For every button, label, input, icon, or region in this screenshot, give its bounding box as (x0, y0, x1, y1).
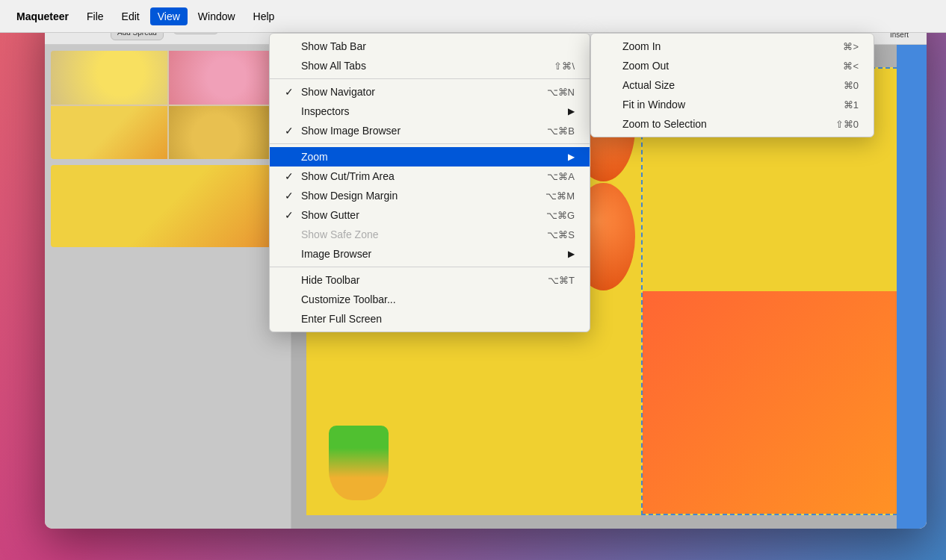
label-customize-toolbar: Customize Toolbar... (301, 293, 396, 305)
shortcut-fit-in-window: ⌘1 (844, 99, 859, 111)
arrow-image-browser: ▶ (568, 249, 575, 259)
checkmark-show-design-margin: ✓ (285, 190, 298, 202)
checkmark-fit-in-window (606, 99, 619, 111)
separator-2 (270, 143, 590, 144)
checkmark-show-safe-zone (285, 228, 298, 240)
label-show-cut-trim: Show Cut/Trim Area (301, 170, 395, 182)
separator-3 (270, 267, 590, 267)
checkmark-show-cut-trim: ✓ (285, 170, 298, 182)
label-enter-full-screen: Enter Full Screen (301, 313, 382, 325)
shortcut-actual-size: ⌘0 (844, 80, 859, 91)
label-inspectors: Inspectors (301, 105, 350, 117)
label-zoom: Zoom (301, 151, 328, 163)
menu-item-show-tab-bar[interactable]: Show Tab Bar (270, 37, 590, 56)
label-show-image-browser: Show Image Browser (301, 125, 401, 137)
shortcut-zoom-to-selection: ⇧⌘0 (835, 119, 859, 130)
checkmark-hide-toolbar (285, 274, 298, 286)
zoom-submenu: Zoom In ⌘> Zoom Out ⌘< Actual Size ⌘0 Fi… (590, 33, 874, 137)
shortcut-zoom-in: ⌘> (843, 41, 859, 52)
label-show-gutter: Show Gutter (301, 209, 359, 221)
label-actual-size: Actual Size (622, 79, 675, 91)
left-panel (45, 45, 291, 529)
label-show-navigator: Show Navigator (301, 86, 375, 98)
checkmark-customize-toolbar (285, 293, 298, 305)
checkmark-image-browser (285, 248, 298, 260)
checkmark-zoom-out (606, 60, 619, 72)
menu-item-show-image-browser[interactable]: ✓ Show Image Browser ⌥⌘B (270, 121, 590, 140)
menu-file[interactable]: File (79, 7, 111, 25)
shortcut-hide-toolbar: ⌥⌘T (548, 275, 575, 286)
right-page-bottom (643, 291, 927, 514)
menu-edit[interactable]: Edit (114, 7, 147, 25)
thumb-cell-flowers (51, 51, 167, 105)
arrow-zoom: ▶ (568, 152, 575, 162)
menu-item-show-cut-trim[interactable]: ✓ Show Cut/Trim Area ⌥⌘A (270, 167, 590, 186)
label-show-all-tabs: Show All Tabs (301, 60, 366, 72)
checkmark-zoom-to-selection (606, 118, 619, 130)
checkmark-show-gutter: ✓ (285, 209, 298, 221)
app-name[interactable]: Maqueteer (9, 7, 76, 25)
shortcut-show-navigator: ⌥⌘N (547, 87, 575, 98)
shortcut-show-safe-zone: ⌥⌘S (547, 229, 575, 240)
menu-item-zoom[interactable]: Zoom ▶ (270, 147, 590, 167)
shortcut-show-all-tabs: ⇧⌘\ (554, 60, 575, 72)
right-stripe (897, 45, 927, 529)
checkmark-enter-full-screen (285, 313, 298, 325)
menu-item-show-navigator[interactable]: ✓ Show Navigator ⌥⌘N (270, 82, 590, 102)
menu-item-enter-full-screen[interactable]: Enter Full Screen (270, 309, 590, 329)
pineapple-decoration (329, 426, 389, 500)
label-fit-in-window: Fit in Window (622, 99, 685, 111)
label-zoom-out: Zoom Out (622, 60, 669, 72)
menu-item-image-browser[interactable]: Image Browser ▶ (270, 244, 590, 264)
view-menu-dropdown: Show Tab Bar Show All Tabs ⇧⌘\ ✓ Show Na… (269, 33, 590, 332)
menu-item-fit-in-window[interactable]: Fit in Window ⌘1 (591, 95, 874, 114)
menu-item-zoom-out[interactable]: Zoom Out ⌘< (591, 56, 874, 75)
menu-view[interactable]: View (150, 7, 188, 25)
menu-item-show-design-margin[interactable]: ✓ Show Design Margin ⌥⌘M (270, 186, 590, 205)
label-hide-toolbar: Hide Toolbar (301, 274, 359, 286)
shortcut-zoom-out: ⌘< (843, 60, 859, 72)
thumbnail-1[interactable] (51, 51, 285, 159)
menu-item-zoom-to-selection[interactable]: Zoom to Selection ⇧⌘0 (591, 114, 874, 134)
menu-item-zoom-in[interactable]: Zoom In ⌘> (591, 37, 874, 56)
thumb-cell-pink (169, 51, 285, 105)
menubar: Maqueteer File Edit View Window Help (0, 0, 946, 33)
checkmark-zoom (285, 151, 298, 163)
menu-window[interactable]: Window (191, 7, 243, 25)
checkmark-show-image-browser: ✓ (285, 125, 298, 137)
menu-item-show-all-tabs[interactable]: Show All Tabs ⇧⌘\ (270, 56, 590, 75)
checkmark-show-tab-bar (285, 40, 298, 52)
label-show-tab-bar: Show Tab Bar (301, 40, 366, 52)
thumbnail-2[interactable] (51, 165, 285, 247)
menu-help[interactable]: Help (246, 7, 282, 25)
label-zoom-in: Zoom In (622, 40, 661, 52)
checkmark-zoom-in (606, 40, 619, 52)
label-show-design-margin: Show Design Margin (301, 190, 398, 202)
menu-item-show-safe-zone: Show Safe Zone ⌥⌘S (270, 225, 590, 244)
label-image-browser: Image Browser (301, 248, 371, 260)
checkmark-show-all-tabs (285, 60, 298, 72)
menu-item-show-gutter[interactable]: ✓ Show Gutter ⌥⌘G (270, 205, 590, 225)
label-zoom-to-selection: Zoom to Selection (622, 118, 707, 130)
shortcut-show-image-browser: ⌥⌘B (547, 125, 575, 137)
separator-1 (270, 78, 590, 79)
thumb-cell-yellow (51, 106, 167, 160)
shortcut-show-design-margin: ⌥⌘M (545, 190, 575, 202)
arrow-inspectors: ▶ (568, 106, 575, 116)
menu-item-hide-toolbar[interactable]: Hide Toolbar ⌥⌘T (270, 270, 590, 290)
menu-item-actual-size[interactable]: Actual Size ⌘0 (591, 75, 874, 95)
menu-item-inspectors[interactable]: Inspectors ▶ (270, 102, 590, 121)
checkmark-inspectors (285, 105, 298, 117)
thumb-cell-flowers2 (169, 106, 285, 160)
shortcut-show-cut-trim: ⌥⌘A (547, 171, 575, 182)
shortcut-show-gutter: ⌥⌘G (546, 210, 575, 221)
checkmark-actual-size (606, 79, 619, 91)
menu-item-customize-toolbar[interactable]: Customize Toolbar... (270, 290, 590, 309)
label-show-safe-zone: Show Safe Zone (301, 228, 379, 240)
checkmark-show-navigator: ✓ (285, 86, 298, 98)
